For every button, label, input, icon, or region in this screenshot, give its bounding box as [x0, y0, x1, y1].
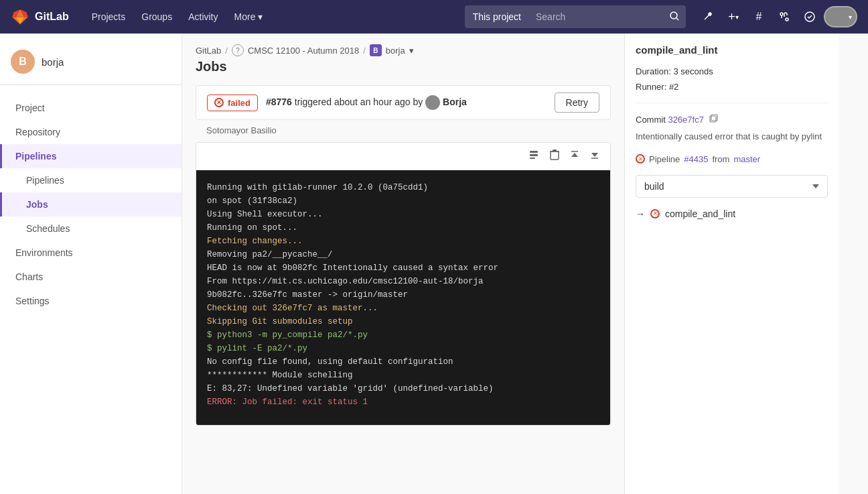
rp-divider-1 — [636, 103, 828, 103]
retry-button[interactable]: Retry — [555, 92, 599, 113]
wrench-icon — [703, 11, 713, 22]
sidebar-username: borja — [42, 56, 64, 68]
svg-point-2 — [780, 13, 783, 15]
breadcrumb-dropdown-icon[interactable]: ▾ — [409, 46, 414, 56]
rp-duration-value: 3 seconds — [673, 66, 713, 76]
terminal-line: $ python3 -m py_compile pa2/*.py — [207, 328, 599, 342]
job-triggered-text: triggered about an hour ago by — [295, 97, 423, 107]
merge-request-icon — [779, 11, 790, 22]
rp-runner-row: Runner: #2 — [636, 82, 828, 92]
svg-rect-13 — [710, 116, 716, 122]
job-number: #8776 — [266, 97, 292, 107]
project-icon: B — [370, 44, 382, 56]
sidebar-user: B borja — [0, 44, 182, 85]
terminal-line: Skipping Git submodules setup — [207, 315, 599, 328]
rp-pipeline-branch[interactable]: master — [733, 154, 760, 164]
gitlab-logo[interactable]: GitLab — [11, 7, 69, 26]
merge-request-button[interactable] — [773, 5, 796, 28]
check-circle-icon — [804, 11, 815, 22]
status-label: failed — [228, 98, 250, 108]
search-submit-button[interactable] — [663, 5, 686, 28]
sidebar-item-environments[interactable]: Environments — [0, 241, 182, 265]
rp-commit-desc: Intentionally caused error that is caugh… — [636, 130, 828, 143]
help-icon[interactable]: ? — [232, 44, 244, 56]
svg-rect-14 — [711, 115, 717, 121]
right-panel: compile_and_lint Duration: 3 seconds Run… — [624, 34, 839, 494]
svg-line-1 — [676, 18, 678, 20]
search-input[interactable] — [529, 5, 663, 28]
rp-commit-row: Commit 326e7fc7 — [636, 114, 828, 125]
user-dropdown-chevron: ▾ — [849, 13, 852, 21]
terminal-toolbar — [196, 143, 610, 170]
trash-icon — [550, 149, 559, 160]
terminal-line: Checking out 326e7fc7 as master... — [207, 302, 599, 315]
sidebar-item-repository[interactable]: Repository — [0, 120, 182, 144]
nav-activity[interactable]: Activity — [182, 7, 224, 26]
sidebar-item-pipelines-sub[interactable]: Pipelines — [0, 168, 182, 192]
scroll-bottom-button[interactable] — [587, 149, 602, 164]
plus-dropdown-button[interactable]: + ▾ — [722, 5, 745, 28]
raw-log-icon — [528, 149, 539, 160]
sidebar-avatar: B — [11, 50, 35, 74]
nav-groups[interactable]: Groups — [135, 7, 179, 26]
scroll-bottom-icon — [590, 150, 599, 160]
copy-commit-button[interactable] — [707, 114, 721, 125]
gitlab-logo-text: GitLab — [35, 11, 69, 23]
terminal-line: From https://mit.cs.uchicago.edu/cmsc121… — [207, 275, 599, 288]
breadcrumb-course[interactable]: CMSC 12100 - Autumn 2018 — [248, 46, 359, 56]
svg-rect-8 — [551, 151, 559, 160]
copy-icon — [709, 114, 718, 123]
status-badge: ✕ failed — [207, 95, 258, 111]
terminal-line: ERROR: Job failed: exit status 1 — [207, 395, 599, 409]
job-status-bar: ✕ failed #8776 triggered about an hour a… — [196, 85, 611, 120]
rp-title: compile_and_lint — [636, 44, 828, 56]
job-description: #8776 triggered about an hour ago by Bor… — [266, 95, 547, 110]
breadcrumb-gitlab[interactable]: GitLab — [196, 46, 221, 56]
rp-pipeline-from: from — [712, 154, 729, 164]
svg-rect-5 — [530, 151, 538, 153]
terminal-line: E: 83,27: Undefined variable 'gridd' (un… — [207, 382, 599, 395]
rp-job-result-label: compile_and_lint — [665, 208, 735, 219]
arrow-right-icon: → — [636, 208, 645, 219]
search-area: This project — [465, 5, 686, 28]
sidebar-item-settings[interactable]: Settings — [0, 289, 182, 313]
check-circle-button[interactable] — [798, 5, 821, 28]
terminal-line: on spot (31f38ca2) — [207, 194, 599, 208]
sidebar-item-charts[interactable]: Charts — [0, 265, 182, 289]
terminal-body: Running with gitlab-runner 10.2.0 (0a75c… — [196, 170, 610, 425]
breadcrumb-sep-1: / — [225, 46, 228, 56]
gitlab-fox-icon — [11, 7, 29, 26]
erase-log-button[interactable] — [547, 148, 562, 164]
rp-pipeline-number[interactable]: #4435 — [684, 154, 708, 164]
main-layout: B borja Project Repository Pipelines Pip… — [0, 34, 868, 494]
failed-x-icon: ✕ — [214, 98, 224, 107]
sidebar-item-jobs[interactable]: Jobs — [0, 192, 182, 217]
nav-more[interactable]: More ▾ — [228, 7, 270, 26]
terminal-line: Using Shell executor... — [207, 208, 599, 221]
terminal-line: 9b082fc..326e7fc master -> origin/master — [207, 288, 599, 302]
terminal-wrapper: Running with gitlab-runner 10.2.0 (0a75c… — [196, 142, 611, 426]
sidebar-item-schedules[interactable]: Schedules — [0, 217, 182, 241]
hash-icon: # — [756, 11, 762, 23]
svg-rect-6 — [530, 154, 538, 156]
raw-log-button[interactable] — [526, 148, 542, 164]
sidebar-item-project[interactable]: Project — [0, 96, 182, 120]
user-avatar-button[interactable]: ▾ — [824, 6, 857, 27]
topnav-icons: + ▾ # ▾ — [697, 5, 857, 28]
scroll-top-button[interactable] — [567, 149, 582, 164]
wrench-icon-button[interactable] — [697, 5, 719, 28]
plus-icon: + — [728, 10, 735, 24]
terminal-line: No config file found, using default conf… — [207, 355, 599, 369]
stage-select[interactable]: build test deploy — [636, 175, 828, 198]
hash-button[interactable]: # — [747, 5, 770, 28]
rp-commit-hash[interactable]: 326e7fc7 — [668, 115, 704, 125]
breadcrumb-borja[interactable]: borja — [386, 46, 405, 56]
terminal-line: Fetching changes... — [207, 235, 599, 248]
sidebar-item-pipelines[interactable]: Pipelines — [0, 144, 182, 168]
terminal-line: $ pylint -E pa2/*.py — [207, 342, 599, 355]
svg-rect-10 — [553, 149, 557, 151]
nav-projects[interactable]: Projects — [85, 7, 133, 26]
search-scope-button[interactable]: This project — [465, 5, 529, 28]
rp-duration-label: Duration: — [636, 66, 671, 76]
sidebar-nav: Project Repository Pipelines Pipelines J… — [0, 90, 182, 318]
